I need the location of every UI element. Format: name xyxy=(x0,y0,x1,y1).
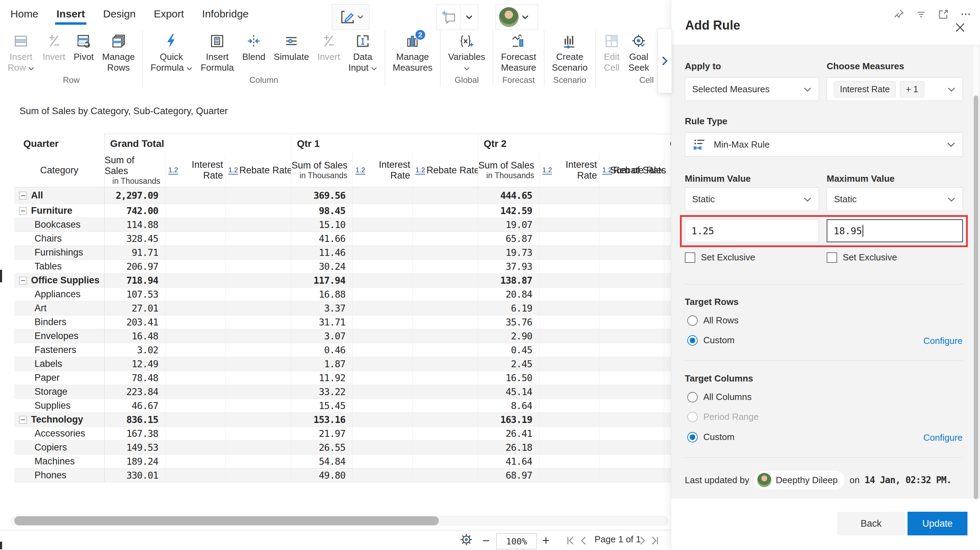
row-label-phones[interactable]: Phones xyxy=(14,469,105,482)
qtr2-interest-rate-header[interactable]: 1.2Interest Rate xyxy=(539,154,600,187)
cell[interactable] xyxy=(226,343,291,357)
max-set-exclusive-checkbox[interactable] xyxy=(827,252,837,263)
cell[interactable]: 206.97 xyxy=(105,260,165,274)
collapse-icon[interactable] xyxy=(19,416,27,424)
row-label-binders[interactable]: Binders xyxy=(14,315,105,329)
cell[interactable]: 742.00 xyxy=(105,204,165,218)
manage-measures-button[interactable]: 2ManageMeasures xyxy=(388,31,437,73)
cell[interactable]: 26.55 xyxy=(291,441,353,455)
cell[interactable]: 444.65 xyxy=(478,187,539,204)
cell[interactable] xyxy=(353,232,413,246)
tab-design[interactable]: Design xyxy=(102,8,136,25)
cell[interactable] xyxy=(413,455,478,469)
cell[interactable]: 33.22 xyxy=(291,385,353,399)
all-columns-radio[interactable] xyxy=(687,392,698,403)
cell[interactable]: 27.01 xyxy=(105,301,165,315)
row-label-accessories[interactable]: Accessories xyxy=(14,427,105,441)
cell[interactable]: 49.80 xyxy=(291,469,353,482)
qtr1-rebate-rate-header[interactable]: 1.2Rebate Rate xyxy=(413,154,478,187)
row-label-tables[interactable]: Tables xyxy=(14,260,105,274)
cell[interactable] xyxy=(165,469,226,482)
cell[interactable]: 2.45 xyxy=(478,357,539,371)
cell[interactable] xyxy=(600,371,664,385)
cell[interactable] xyxy=(226,301,291,315)
cell[interactable] xyxy=(600,469,664,482)
cell[interactable] xyxy=(413,441,478,455)
first-page-icon[interactable] xyxy=(565,536,576,546)
cell[interactable] xyxy=(539,329,600,343)
cell[interactable] xyxy=(413,274,478,287)
cell[interactable] xyxy=(600,385,664,399)
cell[interactable] xyxy=(165,187,226,204)
pivot-button[interactable]: Pivot xyxy=(69,31,98,62)
cell[interactable]: 142.59 xyxy=(478,204,539,218)
cell[interactable] xyxy=(353,399,413,413)
manage-rows-button[interactable]: ManageRows xyxy=(98,31,139,73)
cell[interactable] xyxy=(539,469,600,482)
cell[interactable] xyxy=(226,469,291,482)
cell[interactable] xyxy=(226,329,291,343)
minimum-mode-select[interactable]: Static xyxy=(685,187,819,211)
cell[interactable]: 0.46 xyxy=(291,343,353,357)
cell[interactable]: 16.88 xyxy=(291,287,353,301)
cell[interactable] xyxy=(226,315,291,329)
cell[interactable] xyxy=(539,218,600,232)
tab-infobridge[interactable]: Infobridge xyxy=(201,8,249,25)
cell[interactable] xyxy=(413,187,478,204)
cell[interactable] xyxy=(165,385,226,399)
row-label-appliances[interactable]: Appliances xyxy=(14,287,105,301)
cell[interactable] xyxy=(226,274,291,287)
goal-seek-button[interactable]: GoalSeek xyxy=(624,31,653,73)
cell[interactable] xyxy=(353,274,413,287)
cell[interactable]: 16.48 xyxy=(105,329,165,343)
cell[interactable] xyxy=(664,287,671,301)
horizontal-scrollbar-thumb[interactable] xyxy=(14,516,439,525)
last-page-icon[interactable] xyxy=(650,536,660,546)
measure-more-chip[interactable]: + 1 xyxy=(900,81,924,97)
cell[interactable] xyxy=(600,218,664,232)
variables-button[interactable]: Variables xyxy=(444,31,489,73)
cell[interactable]: 167.38 xyxy=(105,427,165,441)
cell[interactable]: 31.71 xyxy=(291,315,353,329)
cell[interactable]: 15.10 xyxy=(291,218,353,232)
cell[interactable] xyxy=(600,343,664,357)
cell[interactable] xyxy=(353,287,413,301)
cell[interactable]: 11.92 xyxy=(291,371,353,385)
min-set-exclusive-checkbox[interactable] xyxy=(685,252,695,263)
cell[interactable] xyxy=(664,315,671,329)
cell[interactable] xyxy=(539,301,600,315)
cell[interactable]: 2,297.09 xyxy=(105,187,165,204)
cell[interactable] xyxy=(226,246,291,260)
cell[interactable] xyxy=(226,413,291,427)
cell[interactable] xyxy=(226,399,291,413)
cell[interactable] xyxy=(664,218,671,232)
cell[interactable] xyxy=(165,260,226,274)
cell[interactable]: 3.37 xyxy=(291,301,353,315)
cell[interactable]: 328.45 xyxy=(105,232,165,246)
cell[interactable] xyxy=(413,385,478,399)
cell[interactable]: 65.87 xyxy=(478,232,539,246)
cell[interactable] xyxy=(664,260,671,274)
cell[interactable] xyxy=(226,455,291,469)
cell[interactable] xyxy=(413,246,478,260)
row-label-supplies[interactable]: Supplies xyxy=(14,399,105,413)
cell[interactable] xyxy=(353,455,413,469)
cell[interactable] xyxy=(226,371,291,385)
tab-insert[interactable]: Insert xyxy=(56,8,86,25)
cell[interactable] xyxy=(165,218,226,232)
row-label-technology[interactable]: Technology xyxy=(14,413,105,427)
settings-gear-icon[interactable] xyxy=(459,532,474,547)
cell[interactable]: 91.71 xyxy=(105,246,165,260)
cell[interactable] xyxy=(664,232,671,246)
cell[interactable] xyxy=(539,287,600,301)
cell[interactable] xyxy=(664,329,671,343)
choose-measures-select[interactable]: Interest Rate + 1 xyxy=(827,77,963,101)
forecast-measure-button[interactable]: ForecastMeasure xyxy=(496,31,540,73)
cell[interactable] xyxy=(600,455,664,469)
cell[interactable] xyxy=(664,399,671,413)
cell[interactable]: 330.01 xyxy=(105,469,165,482)
cell[interactable]: 138.87 xyxy=(478,274,539,287)
rows-configure-link[interactable]: Configure xyxy=(923,336,963,346)
cell[interactable] xyxy=(413,357,478,371)
cell[interactable] xyxy=(413,427,478,441)
